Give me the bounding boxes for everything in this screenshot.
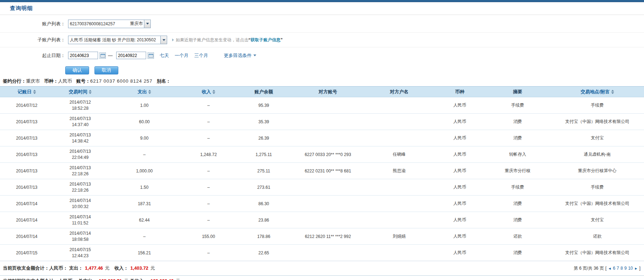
transaction-query-page: 查询明细 账户列表： 6217003760008124257 重庆市 子账户列表… (0, 0, 644, 280)
signed-account-info: 签约分行：重庆市 币种：人民币 账号：6217 0037 6000 8124 2… (0, 76, 644, 86)
cell-credit: 155.00 (182, 228, 235, 245)
totals-prefix: 当前页收支金额合计：人民币： (3, 265, 68, 271)
next-pages-icon[interactable]: ► (634, 266, 638, 270)
cell-post-date: 2014/07/12 (0, 97, 53, 114)
branch-label: 签约分行： (3, 78, 26, 84)
quick-range-seven-days[interactable]: 七天 (160, 52, 169, 59)
column-header-summary: 摘要 (485, 87, 551, 97)
grand-totals-prefix: 当前时间段收支金额合计：人民币： (3, 278, 77, 280)
start-date-input[interactable] (68, 52, 98, 59)
cell-txn-time: 2014/07/1322:04:49 (53, 146, 107, 163)
subaccount-select[interactable]: 人民币 活期储蓄 活期 钞 开户日期: 20130502 (68, 36, 167, 44)
page-link-7[interactable]: 7 (617, 266, 619, 271)
cell-currency: 人民币 (435, 97, 485, 114)
table-row: 2014/07/15 2014/07/1512:44:23 156.21 – 2… (0, 245, 644, 261)
cell-debit: 9.00 (107, 130, 182, 146)
cell-summary: 还款 (485, 228, 551, 245)
cell-balance: 273.61 (235, 179, 292, 196)
sort-icon (212, 90, 215, 94)
cell-credit: – (182, 196, 235, 212)
page-link-8[interactable]: 8 (620, 266, 623, 271)
credit-total-value: 1,403.72 (130, 265, 149, 271)
column-header-place[interactable]: 交易地点/附言 (551, 87, 644, 97)
start-date-calendar-button[interactable] (99, 52, 106, 59)
end-date-calendar-button[interactable] (148, 52, 154, 59)
page-footer: 当前页收支金额合计：人民币： 支出： 1,477.46 元 收入： 1,403.… (0, 261, 644, 275)
cell-counter-name (364, 179, 435, 196)
cell-balance: 178.86 (235, 228, 292, 245)
page-link-6[interactable]: 6 (613, 266, 615, 271)
cell-txn-time: 2014/07/1218:52:28 (53, 97, 107, 114)
cell-post-date: 2014/07/13 (0, 114, 53, 130)
cell-counter-account (292, 130, 364, 146)
column-header-txn-time[interactable]: 交易时间 (53, 87, 107, 97)
account-list-label: 账户列表： (0, 21, 65, 27)
cell-debit: 187.31 (107, 196, 182, 212)
subaccount-hint: 如果近期子账户信息发生变动，请点击 “ 获取子账户信息 ” (172, 37, 283, 43)
cell-debit: 1,000.00 (107, 163, 182, 179)
cell-counter-account (292, 114, 364, 130)
cell-balance: 86.30 (235, 196, 292, 212)
cell-post-date: 2014/07/13 (0, 130, 53, 146)
cell-summary: 消费 (485, 130, 551, 146)
credit-total-label: 收入： (114, 265, 128, 271)
cell-counter-name: 刘娟娟 (364, 228, 435, 245)
credit-total-unit: 元 (150, 265, 155, 271)
table-row: 2014/07/12 2014/07/1218:52:28 1.00 – 95.… (0, 97, 644, 114)
subaccount-list-row: 子账户列表： 人民币 活期储蓄 活期 钞 开户日期: 20130502 如果近期… (0, 33, 644, 47)
previous-pages-icon[interactable]: ◄ (608, 266, 612, 270)
more-filters-link[interactable]: 更多筛选条件 (224, 52, 256, 59)
debit-total-unit: 元 (105, 265, 109, 271)
column-header-counter-name: 对方户名 (364, 87, 435, 97)
cell-post-date: 2014/07/14 (0, 228, 53, 245)
hint-close-quote: ” (280, 37, 283, 42)
cell-debit: 156.21 (107, 245, 182, 261)
cell-credit: – (182, 97, 235, 114)
cell-balance: 26.39 (235, 130, 292, 146)
cell-txn-time: 2014/07/1411:01:52 (53, 212, 107, 228)
table-row: 2014/07/13 2014/07/1322:04:49 – 1,248.72… (0, 146, 644, 163)
cell-summary: 消费 (485, 212, 551, 228)
page-link-9[interactable]: 9 (624, 266, 627, 271)
confirm-button[interactable]: 确认 (65, 66, 89, 74)
quick-range-one-month[interactable]: 一个月 (175, 52, 189, 59)
account-select-dropdown-button[interactable] (144, 20, 150, 28)
grand-credit-value: 135,023.49 (150, 278, 174, 280)
column-header-post-date[interactable]: 记账日 (0, 87, 53, 97)
account-select-branch: 重庆市 (130, 21, 144, 27)
cell-balance: 95.39 (235, 97, 292, 114)
cell-debit: 60.00 (107, 114, 182, 130)
subaccount-select-dropdown-button[interactable] (160, 36, 167, 44)
cell-counter-account (292, 196, 364, 212)
column-header-credit[interactable]: 收入 (182, 87, 235, 97)
account-select[interactable]: 6217003760008124257 重庆市 (68, 20, 151, 28)
chevron-down-icon (146, 23, 149, 25)
cancel-button[interactable]: 取消 (94, 66, 118, 74)
cell-counter-account (292, 97, 364, 114)
quick-range-three-months[interactable]: 三个月 (194, 52, 208, 59)
more-filters-label: 更多筛选条件 (224, 52, 252, 59)
account-number-value: 6217 0037 6000 8124 257 (90, 78, 153, 84)
table-header-row: 记账日 交易时间 支出 收入 账户余额 对方账号 对方户名 币 (0, 87, 644, 97)
cell-post-date: 2014/07/13 (0, 179, 53, 196)
fetch-subaccount-link[interactable]: 获取子账户信息 (251, 37, 280, 43)
end-date-input[interactable] (116, 52, 146, 59)
cell-counter-name: 熊思渝 (364, 163, 435, 179)
sort-icon (611, 90, 614, 94)
page-link-10[interactable]: 10 (628, 266, 633, 271)
cell-currency: 人民币 (435, 130, 485, 146)
transactions-tbody: 2014/07/12 2014/07/1218:52:28 1.00 – 95.… (0, 97, 644, 261)
cell-debit: 1.00 (107, 97, 182, 114)
cell-credit: – (182, 114, 235, 130)
column-header-debit[interactable]: 支出 (107, 87, 182, 97)
cell-txn-time: 2014/07/1512:44:23 (53, 245, 107, 261)
cell-credit: – (182, 130, 235, 146)
cell-credit: – (182, 245, 235, 261)
subaccount-select-value: 人民币 活期储蓄 活期 钞 开户日期: 20130502 (68, 37, 160, 43)
table-row: 2014/07/13 2014/07/1322:18:26 1.50 – 273… (0, 179, 644, 196)
cell-debit: – (107, 228, 182, 245)
chevron-down-icon (253, 55, 256, 56)
cell-txn-time: 2014/07/1322:18:26 (53, 179, 107, 196)
table-row: 2014/07/13 2014/07/1322:18:26 1,000.00 –… (0, 163, 644, 179)
currency-label: 币种： (44, 78, 58, 84)
